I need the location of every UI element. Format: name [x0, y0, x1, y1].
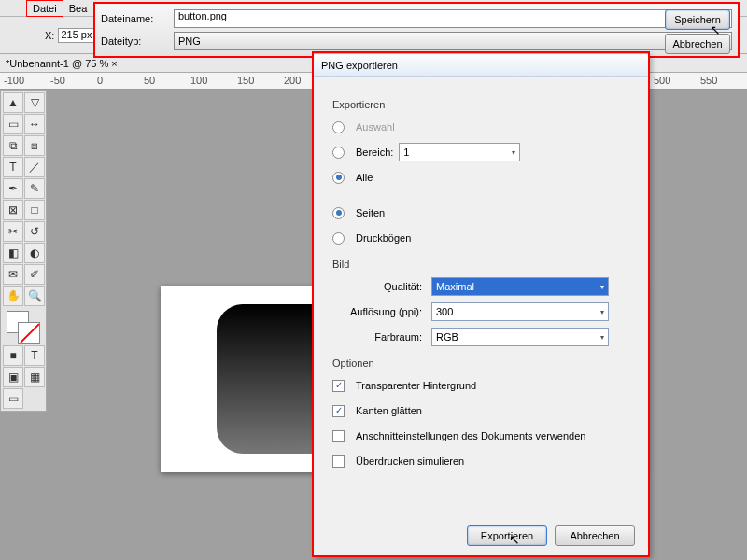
filename-label: Dateiname: — [101, 13, 166, 24]
content-placer-icon[interactable]: ⧈ — [24, 135, 45, 156]
export-button[interactable]: Exportieren — [467, 525, 547, 546]
radio-pages[interactable] — [332, 207, 345, 219]
direct-selection-tool-icon[interactable]: ▽ — [24, 92, 45, 113]
radio-selection — [332, 121, 345, 133]
pen-tool-icon[interactable]: ✒ — [3, 178, 23, 199]
rectangle-frame-tool-icon[interactable]: ⊠ — [3, 200, 23, 220]
gradient-feather-tool-icon[interactable]: ◐ — [24, 243, 45, 263]
scissors-tool-icon[interactable]: ✂ — [3, 221, 23, 242]
line-tool-icon[interactable]: ／ — [24, 157, 45, 177]
gradient-swatch-tool-icon[interactable]: ◧ — [3, 243, 23, 263]
filename-input[interactable]: button.png▾ — [174, 9, 732, 28]
menu-bearbeiten[interactable]: Bea — [63, 1, 93, 16]
tools-panel: ▲ ▽ ▭ ↔ ⧉ ⧈ T ／ ✒ ✎ ⊠ □ ✂ ↺ ◧ ◐ ✉ ✐ ✋ 🔍 … — [0, 90, 47, 412]
colorspace-select[interactable]: RGB▾ — [431, 328, 609, 346]
gap-tool-icon[interactable]: ↔ — [24, 114, 45, 134]
section-image: Bild — [332, 259, 629, 270]
zoom-tool-icon[interactable]: 🔍 — [24, 286, 45, 306]
free-transform-tool-icon[interactable]: ↺ — [24, 221, 45, 242]
screen-mode-icon[interactable]: ▭ — [3, 388, 23, 409]
label-bleed: Anschnitteinstellungen des Dokuments ver… — [356, 430, 585, 441]
type-tool-icon[interactable]: T — [3, 157, 23, 177]
coord-x-label: X: — [45, 30, 54, 41]
selection-tool-icon[interactable]: ▲ — [3, 92, 23, 113]
check-antialias[interactable] — [332, 405, 345, 417]
check-bleed[interactable] — [332, 430, 345, 442]
save-cancel-button[interactable]: Abbrechen — [665, 34, 730, 54]
label-overprint: Überdrucken simulieren — [356, 455, 464, 467]
radio-all[interactable] — [332, 172, 345, 184]
range-select[interactable]: 1▾ — [399, 143, 520, 161]
save-file-bar: Dateiname: button.png▾ Dateityp: PNG▾ Sp… — [93, 2, 740, 58]
eyedropper-tool-icon[interactable]: ✐ — [24, 264, 45, 285]
fill-stroke-swatch[interactable] — [3, 307, 45, 344]
quality-select[interactable]: Maximal▾ — [431, 277, 609, 296]
pencil-tool-icon[interactable]: ✎ — [24, 178, 45, 199]
page-tool-icon[interactable]: ▭ — [3, 114, 23, 134]
hand-tool-icon[interactable]: ✋ — [3, 286, 23, 306]
colorspace-label: Farbraum: — [332, 331, 426, 343]
resolution-select[interactable]: 300▾ — [431, 302, 609, 321]
quality-label: Qualität: — [332, 281, 426, 292]
rectangle-tool-icon[interactable]: □ — [24, 200, 45, 220]
coord-x-value[interactable]: 215 px — [58, 28, 95, 43]
apply-color-icon[interactable]: ■ — [3, 345, 23, 366]
label-antialias: Kanten glätten — [356, 405, 422, 416]
resolution-label: Auflösung (ppi): — [332, 306, 426, 317]
normal-view-icon[interactable]: ▣ — [3, 367, 23, 387]
label-selection: Auswahl — [356, 121, 395, 133]
menu-datei[interactable]: Datei — [26, 0, 63, 17]
note-tool-icon[interactable]: ✉ — [3, 264, 23, 285]
label-range: Bereich: — [356, 147, 393, 158]
label-pages: Seiten — [356, 207, 385, 218]
label-all: Alle — [356, 172, 373, 183]
export-cancel-button[interactable]: Abbrechen — [555, 525, 635, 546]
png-export-dialog: PNG exportieren Exportieren Auswahl Bere… — [313, 52, 649, 556]
preview-view-icon[interactable]: ▦ — [24, 367, 45, 387]
radio-range[interactable] — [332, 147, 345, 159]
label-spreads: Druckbögen — [356, 232, 411, 244]
filetype-label: Dateityp: — [101, 35, 166, 47]
label-transparent: Transparenter Hintergrund — [356, 380, 476, 391]
section-export: Exportieren — [332, 99, 629, 110]
apply-text-icon[interactable]: T — [24, 345, 45, 366]
section-options: Optionen — [332, 357, 629, 369]
check-overprint[interactable] — [332, 455, 345, 468]
filetype-select[interactable]: PNG▾ — [174, 32, 732, 50]
check-transparent[interactable] — [332, 380, 345, 392]
radio-spreads[interactable] — [332, 232, 345, 245]
dialog-title: PNG exportieren — [314, 54, 648, 77]
save-button[interactable]: Speichern — [665, 9, 730, 30]
content-collector-icon[interactable]: ⧉ — [3, 135, 23, 156]
